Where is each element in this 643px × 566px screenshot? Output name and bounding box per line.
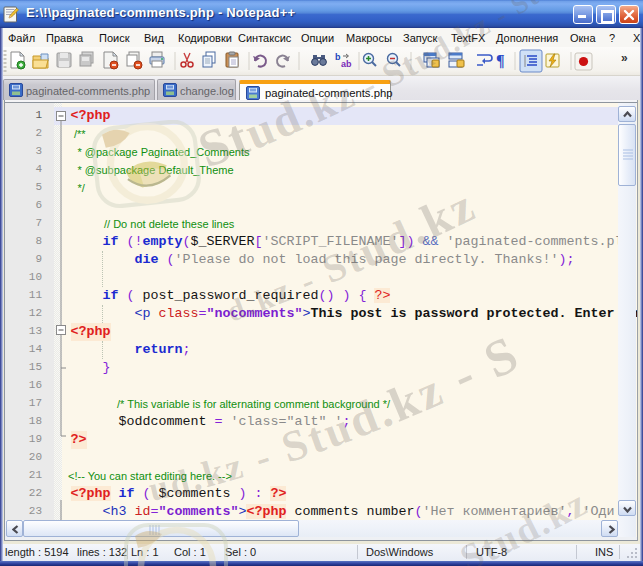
svg-text:¶: ¶ <box>496 52 505 69</box>
svg-text:ab: ab <box>341 59 352 69</box>
svg-text:»: » <box>621 51 628 65</box>
